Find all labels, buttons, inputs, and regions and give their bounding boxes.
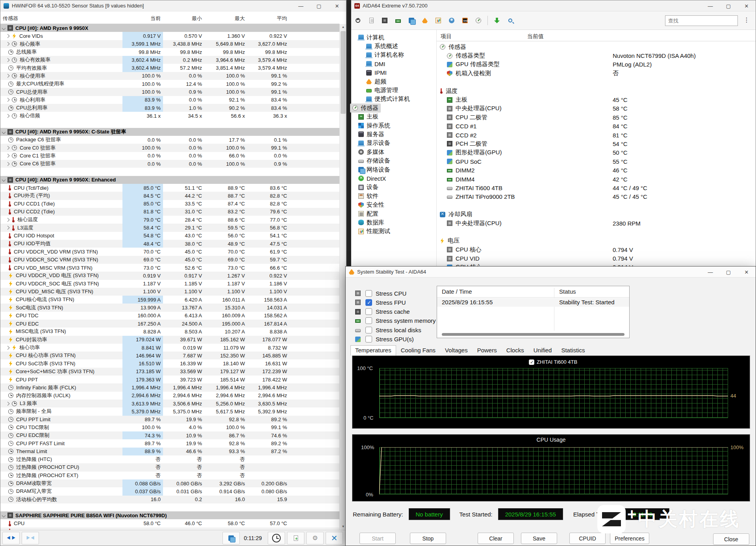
sensor-row[interactable]: GPU SoC55 °C [437, 157, 756, 166]
table-row[interactable]: 核心温度79.0 °C28.4 °C88.6 °C77.0 °C [0, 216, 340, 224]
sidebar-item-存储设备[interactable]: 存储设备 [351, 156, 436, 165]
table-row[interactable]: Core C6 驻留率0.0 %0.0 %100.0 %0.9 % [0, 160, 340, 168]
save-button[interactable]: Save [521, 533, 557, 544]
sidebar-item-显示设备[interactable]: 显示设备 [351, 139, 436, 148]
table-row[interactable]: CPU TDC160.000 A6.413 A160.009 A158.562 … [0, 312, 340, 320]
close-button[interactable]: Close [713, 533, 749, 545]
stress-option-stress-system-memory[interactable]: Stress system memory [355, 317, 436, 325]
table-row[interactable]: CPU IOD平均值48.4 °C38.0 °C48.9 °C47.5 °C [0, 240, 340, 248]
sensor-row[interactable]: CCD #184 °C [437, 122, 756, 131]
sensor-group-header[interactable]: CPU [#0]: AMD Ryzen 9 9950X: Enhanced [0, 176, 340, 184]
table-row[interactable]: 总线频率99.8 MHz99.8 MHz99.8 MHz99.8 MHz [0, 48, 340, 56]
sensor-group-header[interactable]: CPU [#0]: AMD Ryzen 9 9950X: C-State 驻留率 [0, 128, 340, 136]
table-row[interactable]: CPU PPT179.363 W39.723 W185.514 W178.422… [0, 376, 340, 383]
stop-button[interactable]: Stop [410, 533, 446, 544]
sensor-row[interactable]: CPU 二极管85 °C [437, 113, 756, 122]
table-row[interactable]: Core C0 驻留率100.0 %0.0 %100.0 %99.1 % [0, 144, 340, 152]
download-button[interactable] [490, 14, 504, 27]
sidebar-item-设备[interactable]: 设备 [351, 183, 436, 192]
start-button[interactable]: Start [359, 533, 396, 544]
column-min[interactable]: 最小 [165, 15, 202, 22]
table-row[interactable]: MISC电流 (SVI3 TFN)8.828 A8.503 A10.207 A8… [0, 328, 340, 335]
table-row[interactable]: 过热降频 (PROCHOT CPU)否否否 [0, 463, 340, 471]
table-row[interactable]: CPU CCD1 (Tdie)85.0 °C33.5 °C87.4 °C82.8… [0, 200, 340, 208]
table-row[interactable]: CPU EDC限制74.3 %10.9 %86.7 %74.6 % [0, 431, 340, 439]
maximize-icon[interactable]: ▢ [719, 0, 737, 11]
table-row[interactable]: Package C6 驻留率0.0 %0.0 %17.7 %0.1 % [0, 136, 340, 144]
sidebar-item-计算机[interactable]: 计算机 [351, 33, 436, 42]
sidebar-item-安全性[interactable]: 安全性 [351, 200, 436, 209]
table-row[interactable]: 过热降频 (PROCHOT EXT)否否否 [0, 472, 340, 479]
sidebar-item-传感器[interactable]: 传感器 [351, 104, 436, 112]
column-value[interactable]: 当前值 [527, 33, 544, 40]
tab-voltages[interactable]: Voltages [440, 345, 472, 355]
table-row[interactable]: L3温度58.4 °C29.1 °C59.5 °C56.8 °C [0, 224, 340, 231]
checkbox[interactable] [365, 317, 372, 324]
sensor-row[interactable]: DIMM442 °C [437, 175, 756, 183]
table-row[interactable]: DRAM读取带宽0.088 GB/s0.080 GB/s3.292 GB/s0.… [0, 479, 340, 487]
logging-button[interactable] [287, 532, 304, 544]
column-current[interactable]: 当前 [122, 15, 161, 22]
column-avg[interactable]: 平均 [249, 15, 287, 22]
table-row[interactable]: Thermal Limit88.9 %46.6 %93.3 %87.2 % [0, 448, 340, 455]
table-row[interactable]: CPU EDC167.250 A24.500 A195.000 A167.814… [0, 320, 340, 328]
clear-button[interactable]: Clear [478, 533, 514, 544]
checkbox[interactable] [365, 308, 372, 315]
table-row[interactable]: CPU总使用率100.0 %0.9 %100.0 %99.1 % [0, 88, 340, 96]
aida64-titlebar[interactable]: 64 AIDA64 Extreme v7.50.7200 — ▢ ✕ [351, 0, 756, 11]
table-row[interactable]: CPU 核心功率 (SVI3 TFN)146.964 W7.687 W152.3… [0, 352, 340, 359]
table-row[interactable]: Core+SoC+MISC 功率 (SVI3 TFN)173.185 W33.5… [0, 368, 340, 376]
close-icon[interactable]: ✕ [737, 0, 756, 11]
table-row[interactable]: Core C1 驻留率0.0 %0.0 %66.0 %0.0 % [0, 152, 340, 160]
sensor-row[interactable]: PCH 二极管54 °C [437, 139, 756, 148]
table-row[interactable]: CPU TDC限制100.0 %4.0 %100.0 %99.1 % [0, 424, 340, 431]
table-row[interactable]: CPU总利用率83.9 %1.0 %90.2 %83.4 % [0, 104, 340, 112]
table-row[interactable]: 核心利用率83.9 %0.0 %92.1 %83.4 % [0, 96, 340, 104]
table-row[interactable]: Infinity Fabric 频率 (FCLK)1,996.4 MHz1,99… [0, 383, 340, 391]
sidebar-item-操作系统[interactable]: 操作系统 [351, 121, 436, 130]
table-row[interactable]: CPU PPT FAST Limit89.7 %19.9 %92.8 %89.2… [0, 439, 340, 447]
table-row[interactable]: 核心使用率100.0 %0.0 %100.0 %99.1 % [0, 72, 340, 80]
memory-button[interactable] [391, 14, 405, 27]
swap-columns-secondary-button[interactable]: ⯈⯇ [22, 532, 39, 544]
sensor-row[interactable]: 传感器 [437, 43, 756, 51]
tab-powers[interactable]: Powers [472, 345, 502, 355]
table-row[interactable]: 最大CPU/线程使用率100.0 %12.4 %100.0 %99.2 % [0, 80, 340, 88]
tab-cooling-fans[interactable]: Cooling Fans [396, 345, 440, 355]
user-button[interactable] [445, 14, 458, 27]
table-row[interactable]: DRAM写入带宽0.037 GB/s0.031 GB/s0.914 GB/s0.… [0, 487, 340, 495]
tab-temperatures[interactable]: Temperatures [350, 345, 396, 355]
table-row[interactable]: CPU PPT Limit89.7 %19.9 %92.8 %89.2 % [0, 416, 340, 424]
column-sensor[interactable]: 传感器 [3, 15, 18, 22]
sensor-row[interactable]: ZHITAI TiPro9000 2TB45 °C / 45 °C [437, 192, 756, 201]
report-button[interactable] [365, 14, 378, 27]
scroll-up-icon[interactable]: ▲ [340, 24, 346, 30]
tab-clocks[interactable]: Clocks [502, 345, 529, 355]
sidebar-item-多媒体[interactable]: 多媒体 [351, 148, 436, 156]
table-row[interactable]: 平均有效频率3,602.4 MHz57.2 MHz3,851.4 MHz3,57… [0, 64, 340, 72]
table-row[interactable]: CPU核心电流 (SVI3 TFN)159.999 A6.420 A160.01… [0, 296, 340, 304]
sensor-group-header[interactable]: CPU [#0]: AMD Ryzen 9 9950X [0, 24, 340, 32]
checkbox[interactable] [365, 336, 372, 342]
maximize-icon[interactable]: ▢ [719, 267, 737, 278]
stress-option-stress-cache[interactable]: Stress cache [355, 308, 410, 316]
search-input[interactable] [665, 15, 738, 26]
sensor-row[interactable]: 电压 [437, 237, 756, 245]
search-button[interactable] [504, 14, 517, 27]
sidebar-item-性能测试[interactable]: 性能测试 [351, 227, 436, 236]
sensor-row[interactable]: 传感器类型Nuvoton NCT6799D (ISA A40h) [437, 51, 756, 60]
sensor-panel-button[interactable] [472, 14, 485, 27]
cpuid-button[interactable]: CPUID [569, 533, 606, 544]
table-row[interactable]: 核心倍频36.1 x34.5 x56.6 x36.3 x [0, 112, 340, 120]
stress-option-stress-fpu[interactable]: Stress FPU [355, 298, 406, 306]
sensor-row[interactable]: 图形处理器(GPU)50 °C [437, 148, 756, 157]
sensor-row[interactable]: CPU 核心0.794 V [437, 245, 756, 254]
sidebar-item-超频[interactable]: 超频 [351, 77, 436, 86]
table-row[interactable]: CPU (Tctl/Tdie)85.0 °C51.1 °C88.9 °C83.6… [0, 184, 340, 192]
tab-unified[interactable]: Unified [529, 345, 557, 355]
cpu-info-button[interactable] [378, 14, 391, 27]
table-row[interactable]: 核心频率3,599.1 MHz3,438.8 MHz5,649.8 MHz3,6… [0, 40, 340, 48]
sidebar-item-数据库[interactable]: 数据库 [351, 218, 436, 227]
sidebar-item-计算机名称[interactable]: 计算机名称 [351, 51, 436, 59]
sidebar-item-网络设备[interactable]: 网络设备 [351, 165, 436, 174]
